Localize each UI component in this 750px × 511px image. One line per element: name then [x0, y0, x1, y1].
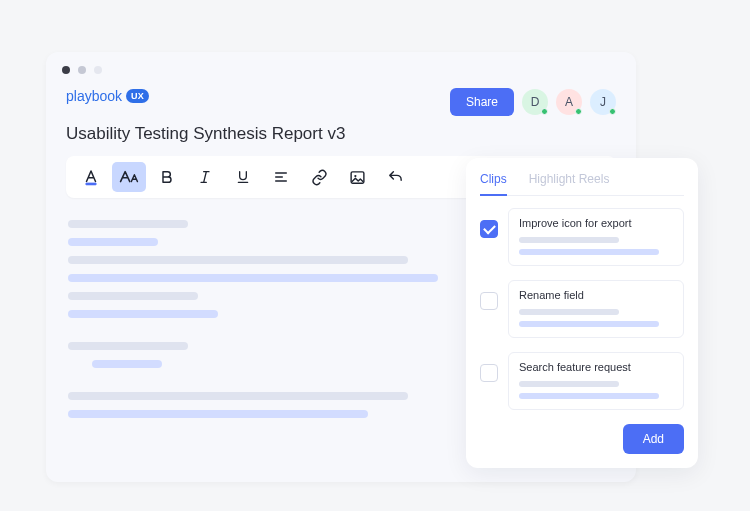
- placeholder-line: [68, 238, 158, 246]
- placeholder-line: [68, 256, 408, 264]
- placeholder-line: [68, 310, 218, 318]
- tab-highlight-reels[interactable]: Highlight Reels: [529, 172, 610, 195]
- placeholder-line: [519, 249, 659, 255]
- presence-dot-icon: [575, 108, 582, 115]
- clip-title: Improve icon for export: [519, 217, 673, 229]
- clip-card[interactable]: Rename field: [508, 280, 684, 338]
- clip-title: Rename field: [519, 289, 673, 301]
- tab-clips[interactable]: Clips: [480, 172, 507, 196]
- placeholder-line: [92, 360, 162, 368]
- brand-name: playbook: [66, 88, 122, 104]
- avatar-initial: J: [600, 95, 606, 109]
- clip-row: Search feature request: [480, 352, 684, 410]
- underline-button[interactable]: [226, 162, 260, 192]
- svg-point-2: [354, 174, 356, 176]
- document-title[interactable]: Usability Testing Synthesis Report v3: [46, 122, 636, 156]
- window-dot-close[interactable]: [62, 66, 70, 74]
- placeholder-line: [68, 392, 408, 400]
- avatar-a[interactable]: A: [556, 89, 582, 115]
- placeholder-line: [519, 393, 659, 399]
- italic-button[interactable]: [188, 162, 222, 192]
- bold-button[interactable]: [150, 162, 184, 192]
- placeholder-line: [68, 410, 368, 418]
- font-size-button[interactable]: [112, 162, 146, 192]
- clip-checkbox[interactable]: [480, 364, 498, 382]
- clip-checkbox[interactable]: [480, 220, 498, 238]
- clip-card[interactable]: Search feature request: [508, 352, 684, 410]
- avatar-initial: A: [565, 95, 573, 109]
- avatar-d[interactable]: D: [522, 89, 548, 115]
- link-button[interactable]: [302, 162, 336, 192]
- presence-dot-icon: [609, 108, 616, 115]
- svg-rect-0: [86, 183, 97, 185]
- clip-row: Rename field: [480, 280, 684, 338]
- share-button[interactable]: Share: [450, 88, 514, 116]
- clip-title: Search feature request: [519, 361, 673, 373]
- image-button[interactable]: [340, 162, 374, 192]
- brand-badge: UX: [126, 89, 149, 103]
- window-dot-zoom[interactable]: [94, 66, 102, 74]
- placeholder-line: [68, 292, 198, 300]
- clip-checkbox[interactable]: [480, 292, 498, 310]
- placeholder-line: [519, 321, 659, 327]
- brand-logo: playbook UX: [66, 88, 149, 104]
- clip-row: Improve icon for export: [480, 208, 684, 266]
- avatar-initial: D: [531, 95, 540, 109]
- presence-dot-icon: [541, 108, 548, 115]
- placeholder-line: [68, 220, 188, 228]
- add-button[interactable]: Add: [623, 424, 684, 454]
- window-traffic-lights: [46, 52, 636, 84]
- placeholder-line: [519, 237, 619, 243]
- placeholder-line: [519, 309, 619, 315]
- panel-tabs: Clips Highlight Reels: [480, 172, 684, 196]
- text-color-button[interactable]: [74, 162, 108, 192]
- undo-button[interactable]: [378, 162, 412, 192]
- align-button[interactable]: [264, 162, 298, 192]
- placeholder-line: [68, 342, 188, 350]
- placeholder-line: [68, 274, 438, 282]
- avatar-j[interactable]: J: [590, 89, 616, 115]
- placeholder-line: [519, 381, 619, 387]
- clip-card[interactable]: Improve icon for export: [508, 208, 684, 266]
- window-dot-minimize[interactable]: [78, 66, 86, 74]
- clips-panel: Clips Highlight Reels Improve icon for e…: [466, 158, 698, 468]
